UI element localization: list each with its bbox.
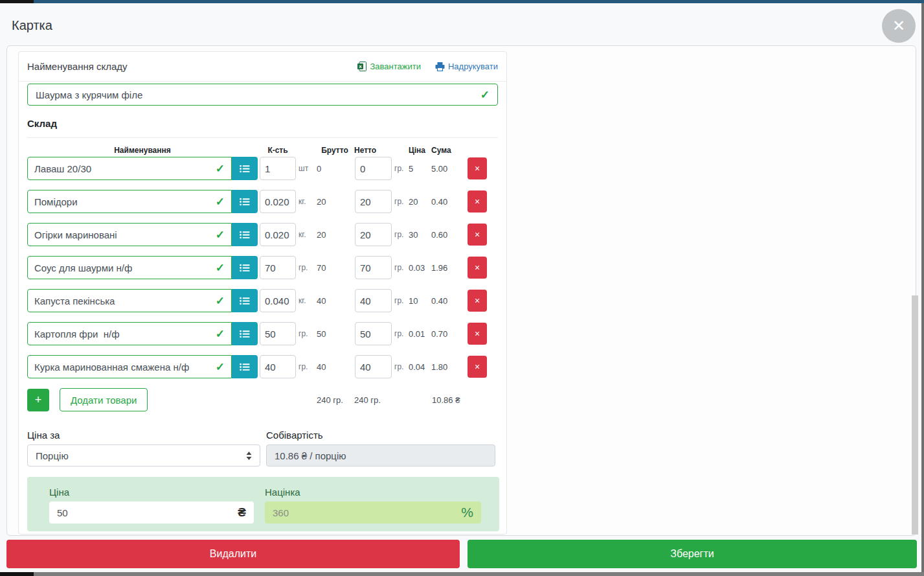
hryvnia-icon: ₴ [238, 505, 246, 520]
close-button[interactable]: ✕ [882, 9, 916, 43]
net-input[interactable] [355, 223, 392, 246]
quantity-input[interactable] [260, 322, 296, 345]
delete-row-button[interactable]: × [468, 157, 487, 179]
scrollbar-corner [0, 572, 34, 576]
ingredient-name-input[interactable] [34, 262, 216, 273]
delete-x-icon: × [475, 362, 480, 372]
gross-value: 40 [317, 296, 343, 306]
ingredient-name-input[interactable] [34, 362, 216, 373]
net-unit: гр. [394, 263, 409, 272]
top-bar [0, 0, 924, 3]
download-button[interactable]: x Завантажити [357, 62, 420, 71]
ingredient-list-button[interactable] [232, 256, 258, 279]
quantity-input[interactable] [260, 190, 296, 213]
ingredient-name-field: ✓ [27, 190, 232, 213]
quantity-input[interactable] [260, 355, 296, 378]
print-label: Надрукувати [448, 62, 498, 71]
col-header-net: Нетто [354, 146, 391, 155]
card-name-field: ✓ [27, 84, 498, 106]
ingredient-name-input[interactable] [34, 328, 216, 340]
delete-row-button[interactable]: × [468, 224, 487, 246]
delete-row-button[interactable]: × [468, 257, 487, 279]
list-icon [240, 165, 250, 173]
ingredient-list-button[interactable] [232, 355, 258, 378]
net-input[interactable] [355, 157, 392, 180]
total-gross: 240 гр. [317, 395, 343, 405]
markup-input[interactable] [273, 507, 428, 518]
ingredient-name-field: ✓ [27, 355, 232, 378]
ingredient-name-input[interactable] [34, 163, 216, 174]
ingredient-list-button[interactable] [232, 289, 258, 312]
vertical-scrollbar-thumb[interactable] [912, 295, 918, 535]
quantity-unit: кг. [299, 296, 315, 305]
print-button[interactable]: Надрукувати [435, 62, 498, 71]
delete-row-button[interactable]: × [468, 290, 487, 312]
net-unit: гр. [394, 362, 409, 371]
net-input[interactable] [355, 190, 392, 213]
check-icon: ✓ [216, 360, 225, 374]
delete-button[interactable]: Видалити [6, 540, 460, 568]
divider [27, 137, 498, 138]
total-sum: 10.86 ₴ [432, 395, 460, 405]
quantity-input[interactable] [260, 256, 296, 279]
save-button[interactable]: Зберегти [468, 540, 917, 568]
net-input[interactable] [355, 289, 392, 312]
ingredient-row: ✓ кг. 20 гр. 20 [27, 190, 498, 213]
delete-row-button[interactable]: × [468, 323, 487, 345]
delete-x-icon: × [475, 196, 480, 207]
card-name-input[interactable] [36, 89, 480, 100]
card-header: Найменування складу x Завантажити [19, 52, 506, 82]
net-input[interactable] [355, 355, 392, 378]
price-value: 0.03 [409, 263, 429, 273]
page-title: Картка [12, 18, 52, 33]
col-header-price: Ціна [409, 146, 431, 155]
ingredient-name-input[interactable] [34, 229, 216, 240]
price-per-selected-value: Порцію [36, 450, 69, 461]
delete-row-button[interactable]: × [468, 356, 487, 378]
quantity-input[interactable] [260, 157, 296, 180]
gross-value: 50 [317, 329, 343, 339]
add-row-plus-button[interactable]: + [27, 389, 49, 411]
price-field: ₴ [49, 501, 254, 524]
cost-value: 10.86 ₴ / порцію [275, 450, 346, 461]
quantity-input[interactable] [260, 289, 296, 312]
gross-value: 20 [317, 230, 343, 240]
quantity-input[interactable] [260, 223, 296, 246]
ingredient-list-button[interactable] [232, 157, 258, 180]
ingredient-list-button[interactable] [232, 322, 258, 345]
ingredient-list-button[interactable] [232, 223, 258, 246]
net-input[interactable] [355, 256, 392, 279]
ingredient-list-button[interactable] [232, 190, 258, 213]
price-per-select[interactable]: Порцію [27, 444, 260, 467]
add-products-button[interactable]: Додати товари [60, 388, 148, 411]
gross-value: 20 [317, 197, 343, 207]
name-section-label: Найменування складу [27, 61, 128, 72]
gross-value: 70 [317, 263, 343, 273]
ingredient-name-input[interactable] [34, 295, 216, 306]
check-icon: ✓ [216, 261, 225, 275]
price-input[interactable] [57, 507, 212, 518]
delete-x-icon: × [475, 295, 480, 306]
net-unit: гр. [394, 197, 409, 206]
price-value: 0.01 [409, 329, 429, 339]
horizontal-scrollbar[interactable] [0, 572, 924, 576]
svg-text:x: x [359, 63, 363, 69]
ingredient-name-input[interactable] [34, 196, 216, 207]
cost-label: Собівартість [266, 430, 495, 441]
list-icon [240, 231, 250, 239]
horizontal-scrollbar-thumb[interactable] [34, 572, 924, 576]
col-header-sum: Сума [431, 146, 462, 155]
sum-value: 0.70 [431, 329, 462, 339]
ingredient-name-field: ✓ [27, 322, 232, 345]
quantity-unit: шт [299, 164, 315, 173]
price-value: 5 [409, 164, 429, 174]
delete-row-button[interactable]: × [468, 190, 487, 213]
net-unit: гр. [394, 230, 409, 239]
check-icon: ✓ [216, 294, 225, 308]
net-input[interactable] [355, 322, 392, 345]
printer-icon [435, 62, 445, 71]
delete-x-icon: × [475, 229, 480, 240]
list-icon [240, 264, 250, 272]
cost-field: 10.86 ₴ / порцію [266, 444, 495, 467]
pricing-row: Ціна за Порцію Собівартість 10.86 ₴ / по… [27, 430, 498, 467]
